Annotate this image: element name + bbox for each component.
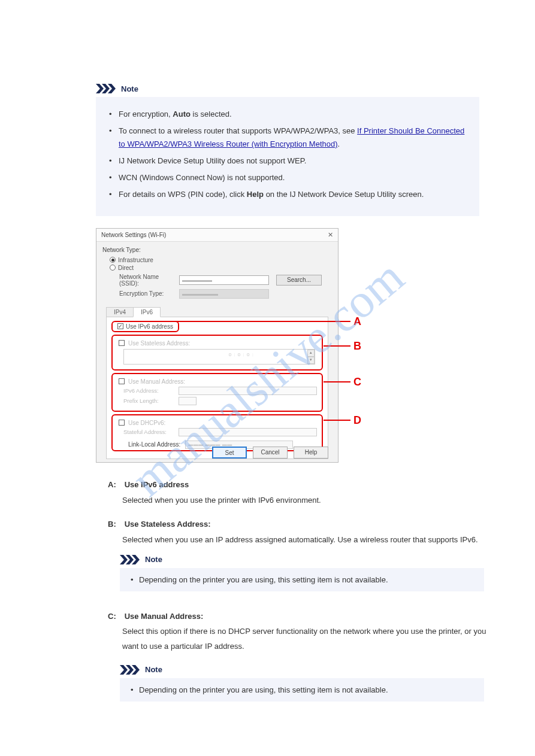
a-desc-A: Selected when you use the printer with I…	[122, 494, 491, 507]
dialog-title: Network Settings (Wi-Fi)	[101, 232, 166, 238]
search-button[interactable]: Search...	[276, 275, 322, 286]
note-item: WCN (Windows Connect Now) is not support…	[109, 171, 466, 184]
note-chevrons-icon: Note	[120, 665, 162, 675]
box-a: Use IPv6 address	[111, 321, 179, 332]
note-chevrons-icon: Note	[120, 555, 162, 564]
a-label-A: A:	[108, 478, 122, 491]
use-manual-label: Use Manual Address:	[128, 378, 185, 385]
encryption-value: ▬▬▬▬▬▬	[179, 289, 269, 299]
use-stateless-label: Use Stateless Address:	[128, 340, 190, 347]
radio-infrastructure-label: Infrastructure	[118, 257, 153, 263]
encryption-label: Encryption Type:	[119, 290, 179, 297]
note-item: IJ Network Device Setup Utility does not…	[109, 154, 466, 168]
radio-direct[interactable]	[110, 265, 116, 271]
network-settings-dialog: Network Settings (Wi-Fi) ✕ Network Type:…	[96, 228, 338, 463]
box-b: Use Stateless Address: 0 : 0 : 0 : ▴▾	[111, 335, 323, 371]
ipv6-panel: Use IPv6 address Use Stateless Address: …	[106, 317, 328, 459]
prefix-length-label: Prefix Length:	[123, 397, 175, 404]
use-ipv6-checkbox[interactable]	[117, 323, 123, 329]
use-manual-checkbox[interactable]	[119, 378, 125, 384]
callout-d: D	[353, 414, 361, 427]
prefix-length-input[interactable]	[179, 397, 197, 405]
use-dhcpv6-checkbox[interactable]	[119, 420, 125, 426]
a-title-C: Use Manual Address:	[125, 612, 204, 621]
a-desc-C: Select this option if there is no DHCP s…	[122, 624, 491, 654]
ssid-input[interactable]: ▬▬▬▬▬	[179, 275, 269, 285]
box-d: Use DHCPv6: Stateful Address: Link-Local…	[111, 414, 323, 451]
radio-direct-label: Direct	[118, 265, 134, 271]
callout-c: C	[353, 376, 361, 388]
note-b-body: • Depending on the printer you are using…	[120, 568, 484, 592]
tab-ipv4[interactable]: IPv4	[106, 307, 134, 317]
a-title-A: Use IPv6 address	[125, 480, 189, 489]
a-title-B: Use Stateless Address:	[125, 520, 211, 529]
note-item: For encryption, Auto is selected.	[109, 108, 466, 121]
note-label: Note	[145, 555, 162, 564]
stateless-list[interactable]: 0 : 0 : 0 : ▴▾	[123, 349, 315, 365]
svg-marker-6	[120, 665, 128, 675]
close-icon[interactable]: ✕	[328, 231, 333, 239]
box-c: Use Manual Address: IPv6 Address: Prefix…	[111, 373, 323, 412]
a-desc-B: Selected when you use an IP address assi…	[122, 533, 491, 546]
callout-b: B	[353, 340, 361, 353]
ipv6-address-label: IPv6 Address:	[123, 387, 175, 394]
use-stateless-checkbox[interactable]	[119, 340, 125, 346]
note-label: Note	[121, 84, 138, 93]
note-d-body: • Depending on the printer you are using…	[120, 678, 484, 702]
cancel-button[interactable]: Cancel	[253, 447, 288, 459]
note-label: Note	[145, 665, 162, 674]
a-label-C: C:	[108, 609, 122, 624]
use-dhcpv6-label: Use DHCPv6:	[128, 420, 165, 426]
network-type-label: Network Type:	[102, 247, 332, 253]
use-ipv6-label: Use IPv6 address	[126, 323, 173, 330]
set-button[interactable]: Set	[212, 447, 247, 459]
a-label-B: B:	[108, 518, 122, 531]
note-chevrons-icon: Note	[96, 84, 138, 93]
spinner-icon[interactable]: ▴▾	[307, 350, 315, 364]
ipv6-address-input[interactable]	[179, 387, 317, 395]
stateful-address-label: Stateful Address:	[123, 429, 175, 435]
svg-marker-0	[96, 84, 104, 93]
stateful-address-input[interactable]	[179, 428, 317, 436]
top-note-box: For encryption, Auto is selected. To con…	[96, 97, 479, 216]
ssid-label: Network Name (SSID):	[119, 274, 179, 287]
tab-ipv6[interactable]: IPv6	[133, 307, 161, 317]
note-item: For details on WPS (PIN code), click Hel…	[109, 188, 466, 201]
note-item: To connect to a wireless router that sup…	[109, 125, 466, 151]
radio-infrastructure[interactable]	[110, 257, 116, 263]
callout-a: A	[353, 315, 361, 328]
svg-marker-3	[120, 555, 128, 564]
help-button[interactable]: Help	[294, 447, 328, 459]
